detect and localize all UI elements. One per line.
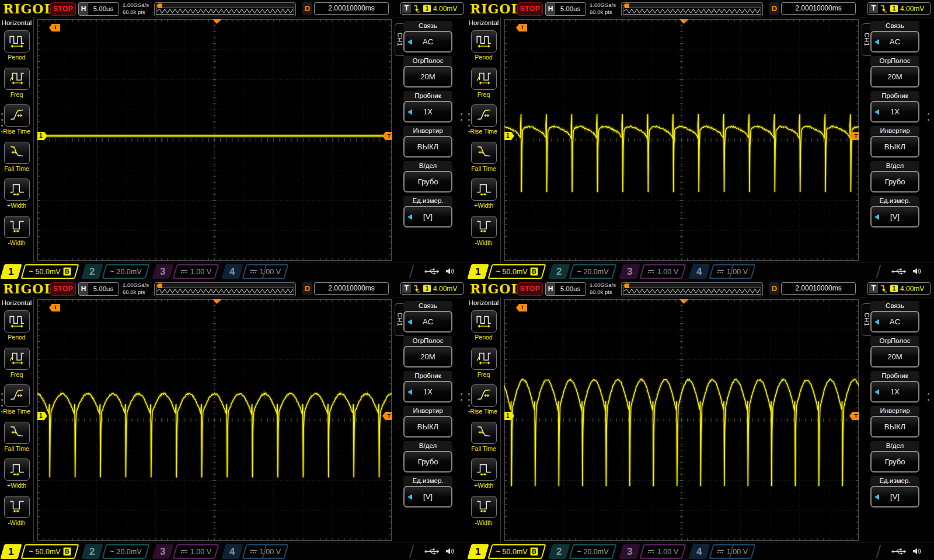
sidebar-button-pos-width[interactable] [4,178,30,201]
delay-value: 2.00010000ms [314,282,389,295]
sidebar-button-period[interactable] [471,30,497,52]
sidebar-button-pos-width[interactable] [471,178,497,201]
run-stop-status[interactable]: STOP [50,2,76,16]
timebase-group[interactable]: H 5.00us [545,282,586,296]
menu-button-vdiv[interactable]: Грубо [870,451,919,473]
menu-button-invert[interactable]: ВЫКЛ [870,136,919,158]
trigger-status-group[interactable]: T 1 4.00mV [400,2,463,15]
sidebar-button-period[interactable] [4,30,30,52]
sidebar-button-neg-width[interactable] [471,216,497,238]
channel-1-chip[interactable]: 1~50.0mVB [467,264,546,279]
menu-button-vdiv[interactable]: Грубо [403,171,452,192]
sidebar-page-dots [1,113,3,132]
channel-2-chip[interactable]: 2~20.0mV [81,544,149,559]
channel-3-chip[interactable]: 31.00 V [152,264,219,279]
timebase-group[interactable]: H 5.00us [78,282,119,296]
waveform-trace [37,19,392,261]
channel-menu-tab: CH1 [862,303,871,336]
sidebar-button-fall-time[interactable] [471,422,497,444]
menu-button-bwlimit[interactable]: 20M [403,346,452,368]
sidebar-button-neg-width[interactable] [4,496,30,518]
delay-group[interactable]: D 2.00010000ms [769,2,856,15]
menu-button-bwlimit[interactable]: 20M [870,346,919,368]
sidebar-button-pos-width[interactable] [4,459,30,481]
timebase-group[interactable]: H 5.00us [78,2,119,16]
channel-4-chip[interactable]: 41.00 V [221,264,288,279]
sidebar-button-freq[interactable] [471,348,497,370]
sidebar-button-neg-width[interactable] [471,496,497,518]
sidebar-button-rise-time[interactable] [471,104,497,127]
sidebar-button-fall-time[interactable] [4,142,30,164]
channel-4-chip[interactable]: 41.00 V [688,264,755,279]
menu-button-invert[interactable]: ВЫКЛ [870,416,919,438]
delay-group[interactable]: D 2.00010000ms [302,282,389,295]
menu-button-bwlimit[interactable]: 20M [870,66,919,88]
top-status-bar: RIGOL STOP H 5.00us 1.00GSa/s 60.0k pts … [0,0,467,18]
run-stop-status[interactable]: STOP [517,2,543,16]
trigger-label: T [869,284,878,293]
run-stop-status[interactable]: STOP [517,282,543,296]
channel-1-chip[interactable]: 1~50.0mVB [0,544,79,559]
sidebar-button-rise-time[interactable] [4,384,30,407]
sidebar-button-freq[interactable] [4,68,30,90]
sidebar-label-fall-time: Fall Time [471,445,496,452]
channel-4-chip[interactable]: 41.00 V [221,544,288,559]
memory-position-bar[interactable] [154,282,296,296]
trigger-status-group[interactable]: T 1 4.00mV [400,282,463,295]
menu-label-units: Ед.измер. [403,196,452,206]
menu-button-units[interactable]: [V] [403,486,452,508]
sidebar-button-freq[interactable] [4,348,30,370]
menu-button-units[interactable]: [V] [870,206,919,228]
memory-position-bar[interactable] [621,282,763,296]
menu-button-units[interactable]: [V] [403,206,452,228]
sidebar-button-freq[interactable] [471,68,497,90]
timebase-group[interactable]: H 5.00us [545,2,586,16]
menu-label-coupling: Связь [403,301,452,311]
menu-button-invert[interactable]: ВЫКЛ [403,136,452,158]
run-stop-status[interactable]: STOP [50,282,76,296]
menu-button-probe[interactable]: 1X [403,101,452,123]
sidebar-button-rise-time[interactable] [4,104,30,127]
trigger-status-group[interactable]: T 1 4.00mV [867,282,930,295]
menu-button-coupling[interactable]: AC [403,311,452,332]
menu-button-probe[interactable]: 1X [870,101,919,123]
channel-3-chip[interactable]: 31.00 V [152,544,219,559]
menu-button-invert[interactable]: ВЫКЛ [403,416,452,438]
menu-button-probe[interactable]: 1X [870,381,919,402]
sidebar-button-pos-width[interactable] [471,459,497,481]
sidebar-button-neg-width[interactable] [4,216,30,238]
memory-position-bar[interactable] [154,2,296,16]
delay-group[interactable]: D 2.00010000ms [769,282,856,295]
menu-button-coupling[interactable]: AC [870,311,919,332]
channel-4-chip[interactable]: 41.00 V [688,544,755,559]
sidebar-button-period[interactable] [471,310,497,332]
channel-2-chip[interactable]: 2~20.0mV [81,264,149,279]
sidebar-button-fall-time[interactable] [471,142,497,164]
delay-group[interactable]: D 2.00010000ms [302,2,389,15]
menu-button-probe[interactable]: 1X [403,381,452,402]
menu-button-units[interactable]: [V] [870,486,919,508]
menu-value-coupling: AC [890,37,900,46]
acquisition-info: 1.00GSa/s 60.0k pts [590,282,616,296]
menu-button-vdiv[interactable]: Грубо [403,451,452,473]
channel-3-chip[interactable]: 31.00 V [619,544,686,559]
channel-3-chip[interactable]: 31.00 V [619,264,686,279]
memory-waveform-preview [623,288,761,295]
channel-1-chip[interactable]: 1~50.0mVB [467,544,546,559]
sidebar-button-period[interactable] [4,310,30,332]
sidebar-button-rise-time[interactable] [471,384,497,407]
channel-2-chip[interactable]: 2~20.0mV [548,264,616,279]
trigger-status-group[interactable]: T 1 4.00mV [867,2,930,15]
speaker-icon [445,267,454,275]
menu-button-bwlimit[interactable]: 20M [403,66,452,88]
menu-button-coupling[interactable]: AC [403,31,452,52]
menu-group-invert: ИнвертирВЫКЛ [403,126,452,158]
channel-2-chip[interactable]: 2~20.0mV [548,544,616,559]
menu-button-coupling[interactable]: AC [870,31,919,52]
chevron-left-icon [874,319,879,325]
channel-1-chip[interactable]: 1~50.0mVB [0,264,79,279]
sidebar-button-fall-time[interactable] [4,422,30,444]
menu-button-vdiv[interactable]: Грубо [870,171,919,192]
menu-value-coupling: AC [890,317,900,326]
memory-position-bar[interactable] [621,2,763,16]
